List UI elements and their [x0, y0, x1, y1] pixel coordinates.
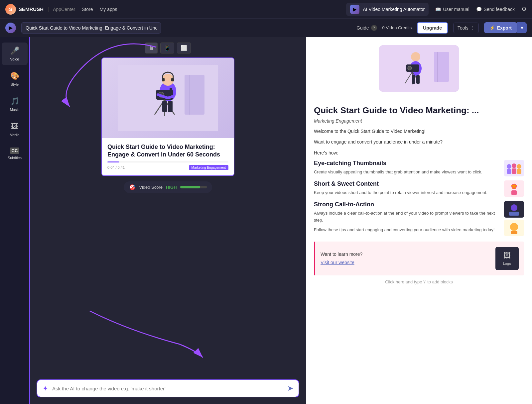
thumb-2-illustration [504, 180, 524, 197]
section-3-text: Always include a clear call-to-action at… [314, 210, 499, 224]
intro-text-3: Here's how: [314, 149, 524, 156]
myapps-link[interactable]: My apps [100, 7, 117, 12]
sidebar-item-style[interactable]: 🎨 Style [2, 68, 28, 90]
sidebar-item-media[interactable]: 🖼 Media [2, 118, 28, 141]
video-progress-fill [107, 161, 119, 162]
sparkle-icon: ✦ [43, 384, 48, 392]
svg-point-33 [512, 163, 516, 168]
score-bar [180, 186, 207, 188]
content-subtitle: Marketing Engagement [314, 118, 524, 124]
score-value: HIGH [166, 185, 177, 190]
logo-label: Logo [503, 261, 511, 265]
export-button[interactable]: ⚡ Export [484, 22, 517, 33]
upgrade-button[interactable]: Upgrade [417, 22, 448, 34]
ai-input-bar: ✦ ➤ [37, 379, 299, 397]
svg-point-25 [408, 66, 412, 70]
right-panel: Quick Start Guide to Video Marketing: ..… [306, 37, 532, 404]
sidebar-item-subtitles[interactable]: CC Subtitles [2, 144, 28, 164]
thumb-1-illustration [504, 160, 524, 176]
section-thumbnails: Eye-catching Thumbnails Create visually … [314, 160, 524, 176]
ai-send-button[interactable]: ➤ [287, 384, 293, 393]
svg-rect-17 [171, 78, 174, 81]
voice-icon: 🎤 [10, 47, 19, 55]
section-1-title: Eye-catching Thumbnails [314, 160, 499, 167]
page-title-input[interactable] [21, 22, 161, 34]
cameraman-illustration [118, 65, 218, 131]
section-2-thumbnail [504, 180, 524, 197]
mobile-device-button[interactable]: ⬜ [177, 43, 191, 53]
export-dropdown-button[interactable]: ▾ [517, 22, 527, 33]
svg-point-34 [517, 164, 521, 169]
svg-line-13 [168, 96, 173, 98]
sidebar-item-voice[interactable]: 🎤 Voice [2, 43, 28, 65]
section-3-thumbnail-1 [504, 201, 524, 218]
svg-point-46 [510, 223, 518, 231]
desktop-device-button[interactable]: 🖥 [145, 43, 158, 53]
lightning-icon: ⚡ [489, 25, 495, 31]
top-nav: S SEMRUSH | AppCenter Store My apps ▶ AI… [0, 0, 532, 19]
video-preview: Quick Start Guide to Video Marketing: En… [101, 57, 234, 176]
tools-more-icon: ⋮ [470, 25, 474, 31]
semrush-logo: S SEMRUSH | AppCenter [5, 4, 75, 15]
svg-rect-41 [511, 190, 517, 195]
score-fill [180, 186, 200, 188]
tools-label: Tools [458, 25, 468, 31]
svg-rect-36 [512, 168, 516, 174]
svg-rect-35 [507, 169, 511, 174]
feedback-icon: 💬 [476, 7, 482, 12]
send-feedback-button[interactable]: 💬 Send feedback [476, 7, 515, 12]
center-panel: 🖥 📱 ⬜ [30, 37, 306, 404]
ai-prompt-input[interactable] [52, 386, 283, 391]
style-icon: 🎨 [10, 72, 19, 80]
guide-label: Guide [356, 25, 369, 31]
guide-button[interactable]: Guide ? [356, 25, 377, 31]
svg-point-43 [511, 204, 517, 211]
video-thumbnail [102, 58, 234, 138]
svg-rect-21 [437, 52, 438, 82]
app-title-bar: ▶ AI Video Marketing Automator [346, 3, 429, 16]
tablet-device-button[interactable]: 📱 [160, 43, 174, 53]
credits-badge: 0 Video Credits [382, 25, 412, 30]
add-blocks-hint[interactable]: Click here and type '/' to add blocks [314, 279, 524, 284]
svg-rect-16 [162, 78, 165, 81]
tools-button[interactable]: Tools ⋮ [453, 23, 479, 33]
outro-text: Follow these tips and start engaging and… [314, 227, 499, 234]
intro-text-1: Welcome to the Quick Start Guide to Vide… [314, 128, 524, 135]
thumb-3a-illustration [504, 201, 524, 218]
left-sidebar: 🎤 Voice 🎨 Style 🎵 Music 🖼 Media CC Subti… [0, 37, 30, 404]
send-feedback-label: Send feedback [484, 7, 515, 12]
svg-rect-47 [511, 231, 517, 234]
device-controls: 🖥 📱 ⬜ [145, 43, 191, 53]
section-1-thumbnail [504, 160, 524, 176]
hero-illustration [379, 45, 459, 92]
svg-rect-37 [517, 169, 521, 174]
svg-point-22 [411, 52, 420, 61]
hero-image [379, 45, 459, 92]
user-manual-label: User manual [443, 7, 469, 12]
section-cta: Strong Call-to-Action Always include a c… [314, 201, 524, 236]
cta-line-2[interactable]: Visit our website [321, 258, 490, 267]
video-title: Quick Start Guide to Video Marketing: En… [107, 143, 228, 159]
brand-name: SEMRUSH [19, 6, 44, 12]
section-3-thumbnail-2 [504, 220, 524, 236]
section-1-text: Create visually appealing thumbnails tha… [314, 169, 499, 176]
store-link[interactable]: Store [82, 7, 93, 12]
main-layout: 🎤 Voice 🎨 Style 🎵 Music 🖼 Media CC Subti… [0, 37, 532, 404]
export-label: Export [497, 25, 512, 31]
thumb-3b-illustration [504, 220, 524, 236]
svg-rect-14 [162, 101, 167, 112]
appcenter-label: AppCenter [53, 7, 75, 12]
music-label: Music [10, 108, 20, 112]
settings-icon[interactable]: ⚙ [521, 6, 527, 13]
video-progress-bar[interactable] [107, 161, 228, 162]
intro-text-2: Want to engage and convert your audience… [314, 138, 524, 146]
section-2-text: Keep your videos short and to the point … [314, 189, 499, 196]
guide-help-icon: ? [371, 25, 377, 31]
svg-rect-20 [434, 52, 449, 82]
sidebar-item-music[interactable]: 🎵 Music [2, 93, 28, 116]
section-2-title: Short & Sweet Content [314, 180, 499, 187]
svg-point-32 [507, 164, 511, 169]
subtitles-label: Subtitles [8, 156, 22, 160]
cta-line-1: Want to learn more? [321, 250, 490, 258]
user-manual-button[interactable]: 📖 User manual [435, 7, 469, 12]
